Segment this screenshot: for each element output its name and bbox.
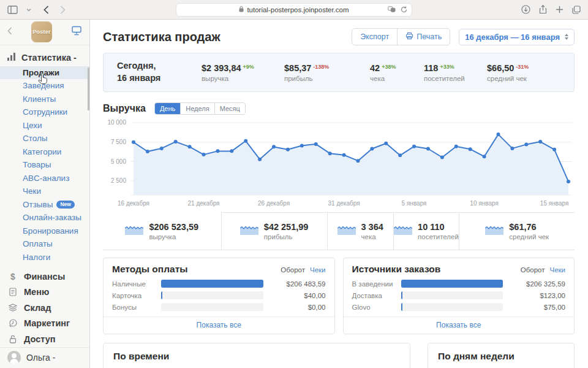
user-menu[interactable]: Ольга - [0, 347, 89, 368]
sidebar-section-finance[interactable]: $ Финансы [0, 269, 89, 285]
translate-icon[interactable] [388, 6, 396, 13]
date-range-picker[interactable]: 16 декабря — 16 января [459, 29, 575, 45]
bar-label: Наличные [112, 280, 160, 288]
bar-row-1: Карточка$40,00 [112, 289, 326, 301]
sidebar-item-label: Чеки [23, 186, 41, 196]
summary-tab-1[interactable]: $42 251,99прибыль [221, 212, 327, 250]
sidebar-item-3[interactable]: Сотрудники [0, 105, 89, 119]
svg-text:10 000: 10 000 [107, 119, 126, 126]
collapse-sidebar-icon[interactable] [7, 26, 12, 37]
summary-label: чека [361, 233, 383, 240]
new-badge: New [56, 201, 74, 209]
date-range-value: 16 декабря — 16 января [465, 33, 560, 42]
sidebar-scrollbar[interactable] [88, 67, 89, 110]
layers-icon [8, 304, 18, 312]
stat-label: чека [370, 75, 424, 82]
summary-tab-3[interactable]: 10 110посетителей [393, 212, 459, 250]
new-tab-icon[interactable] [556, 6, 564, 13]
sidebar-item-0[interactable]: Продажи [0, 66, 89, 80]
x-axis-label: 10 января [470, 200, 498, 207]
x-axis-label: 31 декабря [328, 200, 360, 207]
stat-delta: +9% [243, 64, 254, 70]
sidebar-item-14[interactable]: Налоги [0, 251, 89, 264]
sidebar-toggle-icon[interactable] [7, 6, 18, 14]
sidebar-item-6[interactable]: Категории [0, 145, 89, 159]
page-title: Статистика продаж [103, 30, 221, 44]
sidebar-section-marketing[interactable]: Маркетинг [0, 316, 89, 332]
pos-terminal-icon[interactable] [71, 26, 82, 38]
sidebar-item-label: Бронирования [23, 226, 78, 236]
stat-value: $85,37-138% [284, 63, 370, 73]
sidebar-item-2[interactable]: Клиенты [0, 93, 89, 106]
sidebar-item-8[interactable]: ABC-анализ [0, 172, 89, 185]
summary-label: прибыль [264, 233, 309, 240]
tab-week[interactable]: Неделя [180, 103, 214, 114]
print-button[interactable]: Печать [397, 29, 450, 45]
address-bar[interactable]: tutorial-posterpos.joinposter.com [176, 3, 412, 17]
forward-button[interactable] [60, 6, 66, 14]
bar-label: В заведении [352, 280, 400, 288]
sidebar-item-4[interactable]: Цехи [0, 119, 89, 132]
dollar-icon: $ [8, 272, 18, 282]
toggle-volume[interactable]: Оборот [521, 266, 545, 274]
toggle-checks[interactable]: Чеки [310, 266, 326, 274]
share-icon[interactable] [539, 5, 547, 14]
bar-track [401, 280, 503, 288]
sidebar-item-1[interactable]: Заведения [0, 79, 89, 93]
summary-text: $42 251,99прибыль [264, 222, 309, 240]
summary-tab-4[interactable]: $61,76средний чек [459, 212, 575, 250]
sidebar-item-10[interactable]: ОтзывыNew [0, 198, 89, 212]
bar-row-0: Наличные$206 483,59 [112, 278, 326, 289]
stat-delta: -138% [313, 64, 329, 70]
export-button[interactable]: Экспорт [352, 29, 397, 45]
sidebar-section-statistics[interactable]: Статистика - [0, 52, 89, 66]
reload-icon[interactable] [401, 6, 407, 14]
revenue-chart-title: Выручка [103, 103, 146, 114]
sidebar-section-label: Доступ [24, 334, 56, 344]
tab-overview-icon[interactable] [572, 6, 581, 14]
sidebar-section-label: Маркетинг [24, 318, 70, 328]
revenue-line-chart[interactable]: 10 0007 5005 0002 500 [103, 119, 575, 197]
x-axis-label: 16 декабря [118, 200, 149, 207]
tab-day[interactable]: День [155, 103, 180, 114]
sparkline-icon [394, 225, 412, 235]
sidebar-item-label: Онлайн-заказы [23, 213, 81, 222]
show-all-link[interactable]: Показать все [344, 316, 575, 334]
sidebar-section-access[interactable]: Доступ [0, 331, 89, 347]
stat-value: 42+38% [370, 63, 424, 73]
svg-text:7 500: 7 500 [111, 139, 126, 145]
toggle-checks[interactable]: Чеки [549, 266, 565, 274]
toolbar-chevron-down-icon[interactable] [26, 8, 31, 12]
main-content: Статистика продаж Экспорт Печать 16 дека… [90, 20, 588, 368]
downloads-icon[interactable] [521, 5, 530, 14]
x-axis-label: 5 января [402, 200, 427, 207]
sidebar-item-label: Продажи [23, 68, 59, 77]
sidebar-item-11[interactable]: Онлайн-заказы [0, 211, 89, 224]
stat-delta: -31% [516, 64, 529, 70]
by-weekday-panel: По дням недели 50 000 [428, 343, 575, 368]
sidebar-item-label: Налоги [23, 253, 50, 262]
order-sources-panel: Источники заказов Оборот Чеки В заведени… [343, 258, 575, 334]
bar-value: $40,00 [270, 292, 326, 299]
x-axis-label: 15 января [540, 200, 568, 207]
bar-value: $206 483,59 [270, 280, 326, 288]
summary-tab-0[interactable]: $206 523,59выручка [103, 212, 221, 250]
summary-tab-2[interactable]: 3 364чека [327, 212, 393, 250]
sidebar-item-7[interactable]: Товары [0, 158, 89, 172]
sidebar-item-label: Сотрудники [23, 107, 67, 117]
back-button[interactable] [43, 6, 49, 14]
stat-value: 118+33% [424, 63, 487, 73]
show-all-link[interactable]: Показать все [104, 316, 334, 334]
sidebar-item-9[interactable]: Чеки [0, 185, 89, 198]
sidebar-section-warehouse[interactable]: Склад [0, 300, 89, 316]
stat-label: посетителей [424, 75, 487, 82]
sidebar-section-menu[interactable]: Меню [0, 285, 89, 301]
poster-logo[interactable]: Poster [31, 21, 52, 42]
toggle-volume[interactable]: Оборот [281, 266, 305, 274]
sidebar-item-13[interactable]: Оплаты [0, 237, 89, 251]
sidebar-item-12[interactable]: Бронирования [0, 224, 89, 238]
bar-track [401, 291, 503, 299]
bar-row-1: Доставка$123,00 [352, 289, 566, 301]
sidebar-item-5[interactable]: Столы [0, 132, 89, 145]
tab-month[interactable]: Месяц [214, 103, 245, 114]
